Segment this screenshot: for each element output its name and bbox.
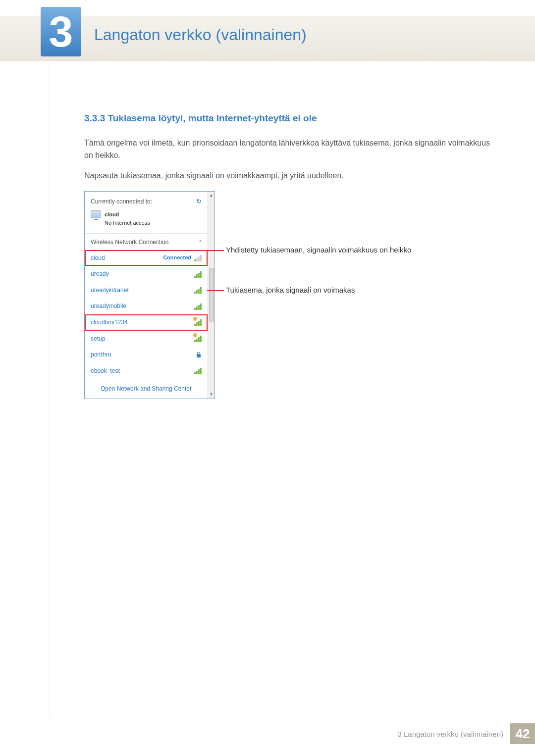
figure-row: Currently connected to: ↻ cloud No Inter… [84,191,491,399]
chapter-title: Langaton verkko (valinnainen) [94,26,307,44]
signal-icon [194,335,202,342]
callouts: Yhdistetty tukiasemaan, signaalin voimak… [226,191,411,295]
network-item-ureadyintranet[interactable]: ureadyintranet [85,282,208,299]
chapter-number: 3 [49,6,73,57]
open-network-center-link[interactable]: Open Network and Sharing Center [85,379,208,399]
signal-icon [194,271,202,278]
callout-strong-signal: Tukiasema, jonka signaali on voimakas [226,285,411,295]
paragraph-2: Napsauta tukiasemaa, jonka signaali on v… [84,170,491,182]
footer-label: 3 Langaton verkko (valinnainen) [398,730,510,738]
network-item-setup[interactable]: setup [85,331,208,347]
scroll-thumb[interactable] [209,268,214,322]
connected-status: Connected [163,253,191,262]
signal-icon [194,319,202,326]
network-item-ureadymobile[interactable]: ureadymobile [85,298,208,314]
leader-line-2 [207,290,224,291]
scrollbar[interactable]: ▲ ▼ [208,192,214,399]
network-item-ebook-test[interactable]: ebook_test [85,363,208,379]
scroll-up-button[interactable]: ▲ [209,193,214,199]
signal-icon [194,303,202,310]
chapter-header: 3 Langaton verkko (valinnainen) [0,16,535,61]
scroll-down-button[interactable]: ▼ [209,392,214,398]
network-top-section: Currently connected to: ↻ cloud No Inter… [85,192,208,231]
monitor-icon [91,210,101,218]
wireless-section-header[interactable]: Wireless Network Connection ^ [85,234,208,250]
page-number: 42 [510,723,535,744]
current-connection[interactable]: cloud No Internet access [91,210,202,227]
currently-connected-label: Currently connected to: [91,197,152,206]
network-item-cloud[interactable]: cloud Connected [85,250,208,266]
signal-icon [194,367,202,374]
network-list: cloud Connected uready ureadyintranet [85,250,208,379]
network-item-uready[interactable]: uready [85,266,208,282]
vertical-rule [50,64,50,716]
wireless-section-label: Wireless Network Connection [91,238,168,247]
leader-line-1 [207,250,224,251]
refresh-icon[interactable]: ↻ [196,197,202,206]
chevron-up-icon: ^ [199,239,202,247]
lock-icon [196,352,202,358]
page-footer: 3 Langaton verkko (valinnainen) 42 [398,723,535,744]
page-content: 3.3.3 Tukiasema löytyi, mutta Internet-y… [0,61,535,399]
signal-icon [194,254,202,261]
network-flyout: Currently connected to: ↻ cloud No Inter… [84,191,215,399]
callout-weak-signal: Yhdistetty tukiasemaan, signaalin voimak… [226,245,411,255]
current-network-status: No Internet access [105,220,150,226]
chapter-number-box: 3 [41,7,81,56]
section-heading: 3.3.3 Tukiasema löytyi, mutta Internet-y… [84,111,491,125]
signal-icon [194,287,202,294]
network-item-portthru[interactable]: portthru [85,347,208,363]
current-network-name: cloud [105,210,150,219]
network-item-cloudbox1234[interactable]: cloudbox1234 [85,314,208,331]
paragraph-1: Tämä ongelma voi ilmetä, kun priorisoida… [84,137,491,162]
